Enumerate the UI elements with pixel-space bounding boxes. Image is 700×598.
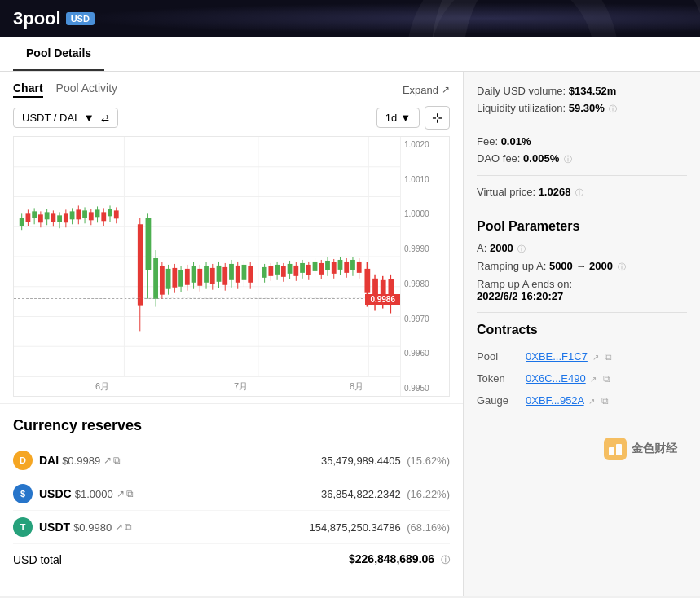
gauge-address-link[interactable]: 0XBF...952A	[526, 394, 584, 407]
reserve-item-usdc: $ USDC $1.0000 ↗ ⧉ 36,854,822.2342 (16.2…	[13, 477, 450, 511]
tab-chart[interactable]: Chart	[13, 81, 43, 98]
tab-pool-activity[interactable]: Pool Activity	[56, 81, 117, 98]
gauge-contract-address: 0XBF...952A ↗ ⧉	[526, 389, 687, 411]
fee-value: 0.01%	[501, 135, 531, 147]
svg-rect-107	[350, 260, 355, 270]
ramp-ends-row: Ramp up A ends on: 2022/6/2 16:20:27	[477, 278, 687, 302]
ramp-ends-label: Ramp up A ends on:	[477, 278, 687, 290]
usdc-pct: (16.22%)	[407, 488, 450, 500]
svg-rect-101	[332, 262, 337, 274]
gauge-copy-icon[interactable]: ⧉	[601, 395, 609, 407]
svg-rect-41	[114, 210, 119, 218]
svg-rect-67	[217, 266, 222, 282]
dai-name: DAI	[39, 454, 59, 467]
usdt-link-icon[interactable]: ↗	[115, 521, 123, 533]
logo: 3pool USD	[13, 8, 95, 29]
dai-amount: 35,479,989.4405 (15.62%)	[321, 455, 450, 467]
logo-text: 3pool	[13, 8, 61, 29]
svg-rect-73	[236, 266, 240, 283]
usdc-copy-icon[interactable]: ⧉	[126, 488, 134, 499]
daily-volume-label: Daily USD volume:	[477, 85, 566, 97]
timeframe-label: 1d	[385, 112, 397, 124]
ramp-ends-value: 2022/6/2 16:20:27	[477, 290, 563, 302]
usdc-name: USDC	[39, 487, 72, 500]
tab-pool-details[interactable]: Pool Details	[13, 37, 104, 71]
fee-row: Fee: 0.01%	[477, 135, 687, 147]
price-label-7: 0.9960	[404, 349, 446, 358]
price-label-4: 0.9990	[404, 244, 446, 253]
token-copy-icon[interactable]: ⧉	[603, 373, 610, 385]
usdc-link-icon[interactable]: ↗	[117, 488, 125, 499]
svg-rect-21	[51, 213, 55, 222]
contracts-title: Contracts	[477, 323, 687, 337]
usdt-copy-icon[interactable]: ⧉	[125, 521, 132, 533]
token-contract-address: 0X6C...E490 ↗ ⧉	[526, 367, 687, 389]
svg-rect-15	[32, 211, 37, 218]
gauge-contract-row: Gauge 0XBF...952A ↗ ⧉	[477, 389, 687, 411]
pool-params-title: Pool Parameters	[477, 219, 687, 234]
right-panel: Daily USD volume: $134.52m Liquidity uti…	[464, 72, 700, 596]
dao-fee-info-icon: ⓘ	[564, 155, 572, 164]
svg-rect-75	[242, 265, 247, 280]
svg-rect-85	[281, 266, 286, 277]
timeframe-selector[interactable]: 1d ▼	[376, 108, 420, 128]
expand-icon: ↗	[442, 84, 450, 95]
chart-area: 1.0020 1.0010 1.0000 0.9990 0.9980 0.997…	[13, 136, 450, 397]
dai-link-icon[interactable]: ↗	[103, 455, 112, 466]
ramping-info-icon: ⓘ	[618, 262, 626, 271]
chart-tabs: Chart Pool Activity	[13, 81, 117, 98]
svg-rect-105	[344, 262, 349, 273]
dai-copy-icon[interactable]: ⧉	[113, 455, 121, 466]
reserves-title: Currency reserves	[13, 417, 450, 434]
svg-rect-71	[229, 264, 234, 280]
price-label-6: 0.9970	[404, 314, 446, 323]
gauge-ext-icon: ↗	[588, 397, 595, 406]
svg-rect-39	[108, 209, 112, 216]
time-label-august: 8月	[350, 380, 363, 393]
a-param-label: A:	[477, 242, 486, 254]
reserve-item-dai: D DAI $0.9989 ↗ ⧉ 35,479,989.4405 (15.62…	[13, 444, 450, 477]
watermark-icon	[604, 438, 627, 460]
header: 3pool USD	[0, 0, 700, 37]
pool-address-link[interactable]: 0XBE...F1C7	[526, 350, 588, 363]
watermark-text: 金色财经	[632, 442, 677, 456]
reserves-section: Currency reserves D DAI $0.9989 ↗ ⧉ 35,4…	[0, 403, 463, 576]
pool-contract-address: 0XBE...F1C7 ↗ ⧉	[526, 345, 687, 367]
crosshair-icon: ⊹	[432, 111, 442, 125]
virtual-price-label: Virtual price:	[477, 186, 535, 198]
chevron-down-icon: ▼	[84, 112, 95, 124]
candlestick-chart	[14, 137, 400, 376]
dao-fee-row: DAO fee: 0.005% ⓘ	[477, 152, 687, 165]
a-param-row: A: 2000 ⓘ	[477, 242, 687, 255]
svg-rect-35	[95, 209, 100, 217]
crosshair-button[interactable]: ⊹	[425, 106, 450, 130]
expand-label: Expand	[403, 84, 438, 96]
usdc-amount: 36,854,822.2342 (16.22%)	[321, 488, 450, 500]
svg-rect-43	[138, 224, 143, 305]
svg-rect-99	[325, 261, 330, 270]
svg-rect-53	[172, 268, 177, 288]
svg-rect-89	[293, 266, 298, 276]
svg-rect-120	[616, 444, 622, 455]
token-address-link[interactable]: 0X6C...E490	[526, 372, 586, 385]
price-label-8: 0.9950	[404, 384, 446, 393]
svg-rect-45	[146, 218, 152, 270]
header-decoration	[211, 0, 700, 37]
watermark: 金色财经	[467, 438, 677, 460]
usdc-icon: $	[13, 484, 33, 503]
pool-ext-icon: ↗	[592, 353, 599, 362]
liquidity-info-icon: ⓘ	[609, 104, 617, 113]
price-axis: 1.0020 1.0010 1.0000 0.9990 0.9980 0.997…	[400, 137, 449, 396]
virtual-price-value: 1.0268	[539, 186, 571, 198]
timeframe-controls: 1d ▼ ⊹	[376, 106, 450, 130]
expand-button[interactable]: Expand ↗	[403, 84, 450, 96]
svg-rect-109	[357, 262, 362, 273]
pair-selector[interactable]: USDT / DAI ▼ ⇄	[13, 108, 118, 128]
svg-rect-111	[364, 269, 370, 293]
svg-rect-55	[178, 270, 183, 287]
dai-icon: D	[13, 451, 33, 470]
a-param-value: 2000	[490, 242, 513, 254]
divider-3	[477, 209, 687, 209]
pool-copy-icon[interactable]: ⧉	[605, 351, 612, 363]
current-price-badge: 0.9986	[365, 294, 400, 305]
